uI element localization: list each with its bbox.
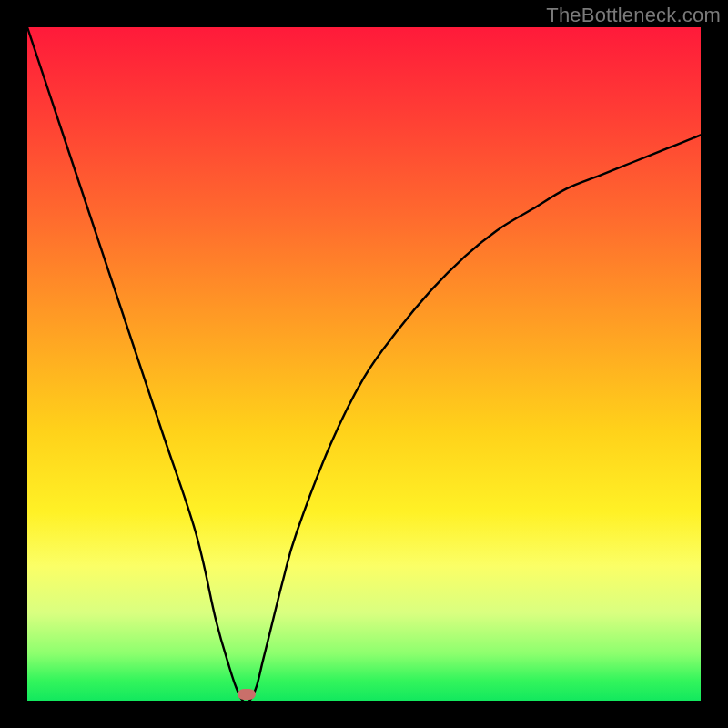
optimal-point-marker	[238, 689, 256, 700]
watermark-text: TheBottleneck.com	[546, 4, 721, 27]
bottleneck-curve	[27, 27, 701, 701]
plot-area	[27, 27, 701, 701]
chart-frame: TheBottleneck.com	[0, 0, 728, 728]
